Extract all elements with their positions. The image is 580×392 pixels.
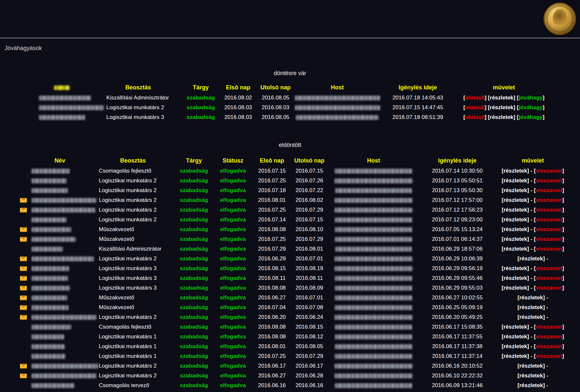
details-link[interactable]: részletek [519,314,543,320]
envelope-cell [18,351,29,361]
reject-link[interactable]: elutasít [465,114,485,120]
status-cell: elfogadva [213,332,253,342]
revoke-link[interactable]: visszavon [536,168,562,174]
envelope-icon[interactable] [20,315,27,320]
envelope-icon[interactable] [20,227,27,232]
approve-link[interactable]: jóváhagy [519,95,543,101]
details-link[interactable]: részletek [490,104,514,111]
revoke-link[interactable]: visszavon [536,275,562,281]
details-link[interactable]: részletek [490,114,514,120]
request-time-cell: 2016.07.13 05:50:51 [419,176,495,186]
details-link[interactable]: részletek [519,382,543,388]
envelope-cell [18,186,29,195]
revoke-link[interactable]: visszavon [536,285,562,291]
bracket: ] [527,265,529,271]
envelope-icon[interactable] [20,198,27,203]
bracket: ] [562,207,564,213]
decided-row: Logisztikai munkatárs 2szabadságelfogadv… [18,186,570,195]
name-cell [29,254,91,264]
position-cell: Csomagolás fejlesztő [91,166,175,176]
details-link[interactable]: részletek [504,236,527,242]
details-link[interactable]: részletek [519,255,543,262]
revoke-link[interactable]: visszavon [536,187,562,193]
host-cell [328,303,419,312]
decided-row: Logisztikai munkatárs 2szabadságelfogadv… [18,371,570,381]
revoke-link[interactable]: visszavon [536,236,562,242]
revoke-link[interactable]: visszavon [536,246,562,252]
envelope-cell [18,361,29,371]
position-cell: Logisztikai munkatárs 2 [91,371,175,381]
revoke-link[interactable]: visszavon [536,333,562,340]
details-link[interactable]: részletek [504,353,527,359]
revoke-link[interactable]: visszavon [536,265,562,271]
first-day-cell: 2016.08.02 [219,93,257,103]
position-cell: Logisztikai munkatárs 2 [91,254,175,264]
action-separator: - [547,294,548,301]
details-link[interactable]: részletek [504,216,527,223]
approve-link[interactable]: jóváhagy [519,104,543,111]
envelope-icon[interactable] [20,305,27,310]
bracket: ] [527,333,529,340]
details-link[interactable]: részletek [504,207,527,213]
last-day-cell: 2016.06.17 [291,361,328,371]
revoke-link[interactable]: visszavon [536,177,562,184]
envelope-icon[interactable] [20,266,27,271]
details-link[interactable]: részletek [519,363,543,369]
revoke-link[interactable]: visszavon [536,216,562,223]
details-link[interactable]: részletek [504,226,527,232]
details-link[interactable]: részletek [490,95,514,101]
envelope-icon[interactable] [20,276,27,281]
envelope-cell [18,312,29,322]
decided-col-header-statusz: Státusz [213,155,253,166]
envelope-icon[interactable] [20,295,27,300]
decided-row: Logisztikai munkatárs 2szabadságelfogadv… [18,195,570,205]
pending-col-header-beosztas: Beosztás [94,82,182,93]
envelope-icon[interactable] [20,208,27,213]
actions-cell: [részletek] - [visszavon] [495,186,570,195]
last-day-cell: 2016.08.15 [291,322,328,332]
revoke-link[interactable]: visszavon [536,207,562,213]
first-day-cell: 2016.06.16 [253,381,291,390]
details-link[interactable]: részletek [504,177,527,184]
last-day-cell: 2016.07.15 [291,166,328,176]
revoke-link[interactable]: visszavon [536,324,562,330]
approve-link[interactable]: jóváhagy [519,114,543,120]
redacted-name [32,383,74,388]
host-cell [328,205,419,215]
details-link[interactable]: részletek [504,187,527,193]
status-cell: elfogadva [213,244,253,254]
details-link[interactable]: részletek [519,372,543,379]
reject-link[interactable]: elutasít [465,95,485,101]
revoke-link[interactable]: visszavon [536,226,562,232]
envelope-cell [18,176,29,186]
details-link[interactable]: részletek [504,265,527,271]
revoke-link[interactable]: visszavon [536,343,562,349]
name-cell [29,166,91,176]
revoke-link[interactable]: visszavon [536,197,562,203]
details-link[interactable]: részletek [504,246,527,252]
details-link[interactable]: részletek [504,275,527,281]
bracket: ] [527,236,529,242]
details-link[interactable]: részletek [519,294,543,301]
envelope-icon[interactable] [20,237,27,242]
redacted-name [32,315,97,320]
subject-cell: szabadság [182,112,219,122]
details-link[interactable]: részletek [504,324,527,330]
details-link[interactable]: részletek [519,304,543,310]
status-cell: elfogadva [213,176,253,186]
status-cell: elfogadva [213,225,253,234]
envelope-icon[interactable] [20,364,27,369]
revoke-link[interactable]: visszavon [536,353,562,359]
pending-row: Kiszállítási Adminisztrátorszabadság2016… [29,93,553,103]
reject-link[interactable]: elutasít [465,104,485,111]
envelope-icon[interactable] [20,373,27,378]
envelope-icon[interactable] [20,256,27,261]
redacted-name [32,305,69,310]
details-link[interactable]: részletek [504,333,527,340]
details-link[interactable]: részletek [504,343,527,349]
host-cell [328,186,419,195]
details-link[interactable]: részletek [504,168,527,174]
details-link[interactable]: részletek [504,285,527,291]
envelope-icon[interactable] [20,286,27,291]
details-link[interactable]: részletek [504,197,527,203]
